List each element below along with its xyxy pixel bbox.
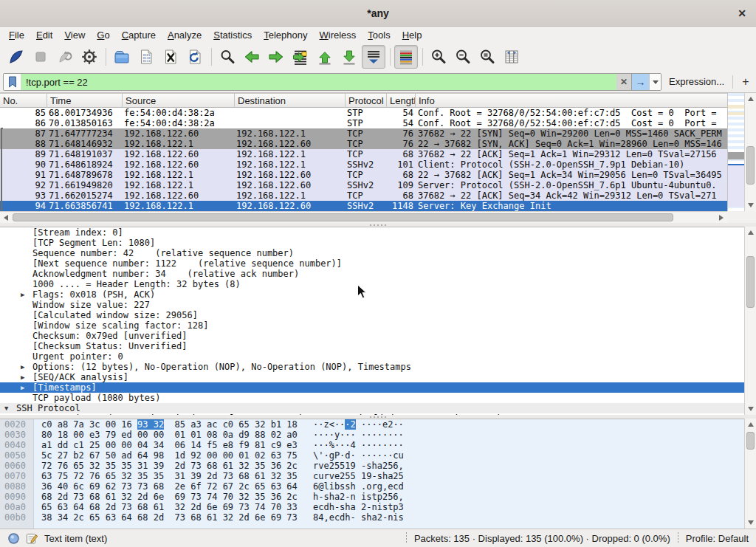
scroll-thumb[interactable] <box>746 432 755 450</box>
scroll-up-icon[interactable] <box>745 419 756 430</box>
packet-list-hscrollbar[interactable] <box>0 211 727 223</box>
hex-row[interactable]: 009068 2d 73 68 61 32 2d 6e 69 73 74 70 … <box>0 492 744 502</box>
detail-line[interactable]: Window size value: 227 <box>0 300 744 310</box>
menu-capture[interactable]: Capture <box>116 28 162 42</box>
close-file-button[interactable] <box>159 45 182 69</box>
scroll-thumb[interactable] <box>13 213 673 221</box>
zoom-original-button[interactable] <box>475 45 499 69</box>
column-header-destination[interactable]: Destination <box>235 94 346 108</box>
scroll-down-icon[interactable] <box>745 403 756 415</box>
column-header-info[interactable]: Info <box>416 94 744 108</box>
hex-row[interactable]: 007063 75 72 76 65 32 35 35 31 39 2d 73 … <box>0 471 744 481</box>
hex-row[interactable]: 00b038 34 2c 65 63 64 68 2d 73 68 61 32 … <box>0 512 744 523</box>
detail-line[interactable]: Checksum: 0x79ed [unverified] <box>0 331 744 341</box>
detail-line[interactable]: Acknowledgment number: 34 (relative ack … <box>0 269 744 279</box>
detail-line[interactable]: ▶[SEQ/ACK analysis] <box>0 372 744 382</box>
packet-row[interactable]: 9071.648618924192.168.122.60192.168.122.… <box>0 159 727 170</box>
details-vscrollbar[interactable] <box>744 227 756 415</box>
zoom-in-button[interactable] <box>427 45 450 69</box>
packet-row[interactable]: 9171.648789678192.168.122.1192.168.122.6… <box>0 170 727 180</box>
detail-line[interactable]: [Window size scaling factor: 128] <box>0 320 744 331</box>
column-header-protocol[interactable]: Protocol <box>346 94 387 108</box>
packet-row[interactable]: 8568.001734936fe:54:00:d4:38:2aSTP54Conf… <box>0 108 727 118</box>
scroll-thumb[interactable] <box>746 146 755 185</box>
auto-scroll-button[interactable] <box>362 45 385 69</box>
packet-row[interactable]: 8771.647777234192.168.122.60192.168.122.… <box>0 128 727 139</box>
menu-go[interactable]: Go <box>91 28 115 42</box>
filter-history-dropdown[interactable] <box>649 74 661 90</box>
go-first-button[interactable] <box>313 45 337 69</box>
hex-row[interactable]: 0040a1 dd c1 25 00 00 04 34 06 14 f5 e8 … <box>0 440 744 450</box>
expander-closed-icon[interactable]: ▶ <box>21 289 24 300</box>
menu-analyze[interactable]: Analyze <box>162 28 207 42</box>
reload-file-button[interactable] <box>183 45 207 69</box>
expander-closed-icon[interactable]: ▶ <box>21 382 24 393</box>
open-file-button[interactable] <box>110 45 134 69</box>
detail-line[interactable]: Urgent pointer: 0 <box>0 351 744 362</box>
expression-button[interactable]: Expression... <box>669 76 724 87</box>
packet-row[interactable]: 8971.648191037192.168.122.60192.168.122.… <box>0 149 727 159</box>
hex-row[interactable]: 008036 40 6c 69 62 73 73 68 2e 6f 72 67 … <box>0 481 744 492</box>
menu-telephony[interactable]: Telephony <box>258 28 313 42</box>
intelligent-scrollbar-minimap[interactable] <box>727 93 744 211</box>
scroll-thumb[interactable] <box>746 256 755 308</box>
column-header-source[interactable]: Source <box>123 94 235 108</box>
detail-line[interactable]: ▼SSH Protocol <box>0 403 744 413</box>
go-forward-button[interactable] <box>264 45 288 69</box>
packet-row[interactable]: 9371.662015274192.168.122.60192.168.122.… <box>0 190 727 201</box>
menu-file[interactable]: File <box>3 28 30 42</box>
detail-line[interactable]: ▶Flags: 0x018 (PSH, ACK) <box>0 289 744 300</box>
menu-tools[interactable]: Tools <box>362 28 396 42</box>
detail-line[interactable]: [Next sequence number: 1122 (relative se… <box>0 258 744 269</box>
menu-view[interactable]: View <box>58 28 91 42</box>
expander-open-icon[interactable]: ▼ <box>4 403 8 413</box>
filter-apply-button[interactable]: → <box>631 74 649 90</box>
colorize-button[interactable] <box>394 45 418 69</box>
display-filter-input[interactable]: !tcp.port == 22 <box>21 74 616 90</box>
packet-row[interactable]: 8871.648146932192.168.122.1192.168.122.6… <box>0 139 727 149</box>
detail-line[interactable]: [TCP Segment Len: 1080] <box>0 238 744 248</box>
detail-line[interactable]: TCP payload (1080 bytes) <box>0 393 744 403</box>
scroll-down-icon[interactable] <box>745 517 756 529</box>
zoom-out-button[interactable] <box>451 45 475 69</box>
packet-row[interactable]: 9471.663856741192.168.122.1192.168.122.6… <box>0 201 727 211</box>
expert-info-icon[interactable] <box>7 532 20 545</box>
go-last-button[interactable] <box>337 45 361 69</box>
close-window-button[interactable]: ✕ <box>735 7 749 20</box>
menu-wireless[interactable]: Wireless <box>314 28 362 42</box>
start-capture-button[interactable] <box>4 45 28 69</box>
save-file-button[interactable]: 010101100113 <box>134 45 158 69</box>
resize-columns-button[interactable] <box>500 45 523 69</box>
go-to-packet-button[interactable] <box>289 45 312 69</box>
scroll-down-icon[interactable] <box>745 199 756 211</box>
scroll-right-icon[interactable] <box>715 212 727 224</box>
find-packet-button[interactable] <box>216 45 239 69</box>
hex-row[interactable]: 0020c0 a8 7a 3c 00 16 93 32 85 a3 ac c0 … <box>0 419 744 430</box>
menu-edit[interactable]: Edit <box>30 28 58 42</box>
packet-list-vscrollbar[interactable] <box>744 93 756 211</box>
detail-line[interactable]: [Checksum Status: Unverified] <box>0 341 744 351</box>
expander-closed-icon[interactable]: ▶ <box>21 372 24 382</box>
scroll-up-icon[interactable] <box>745 93 756 105</box>
go-back-button[interactable] <box>240 45 264 69</box>
scroll-up-icon[interactable] <box>745 227 756 238</box>
menu-help[interactable]: Help <box>396 28 428 42</box>
hex-row[interactable]: 006072 76 65 32 35 35 31 39 2d 73 68 61 … <box>0 461 744 471</box>
add-filter-button[interactable]: + <box>738 74 753 90</box>
expander-closed-icon[interactable]: ▶ <box>21 362 24 372</box>
hex-row[interactable]: 003080 18 00 e3 79 ed 00 00 01 01 08 0a … <box>0 430 744 440</box>
packet-row[interactable]: 8670.013850163fe:54:00:d4:38:2aSTP54Conf… <box>0 118 727 128</box>
filter-clear-button[interactable]: ✕ <box>616 74 631 90</box>
column-header-no[interactable]: No. <box>0 94 47 108</box>
detail-line[interactable]: Sequence number: 42 (relative sequence n… <box>0 248 744 258</box>
detail-line[interactable]: ▶[Timestamps] <box>0 382 744 393</box>
profile-status[interactable]: Profile: Default <box>686 533 756 544</box>
filter-bookmark-button[interactable] <box>4 74 21 90</box>
hex-row[interactable]: 00505c 27 b2 67 50 ad 64 98 1d 92 00 00 … <box>0 450 744 461</box>
packet-row[interactable]: 9271.661949820192.168.122.1192.168.122.6… <box>0 180 727 190</box>
detail-line[interactable]: 1000 .... = Header Length: 32 bytes (8) <box>0 279 744 289</box>
bytes-vscrollbar[interactable] <box>744 419 756 529</box>
detail-line[interactable]: [Stream index: 0] <box>0 227 744 238</box>
detail-line[interactable]: [Calculated window size: 29056] <box>0 310 744 320</box>
column-header-time[interactable]: Time <box>47 94 123 108</box>
